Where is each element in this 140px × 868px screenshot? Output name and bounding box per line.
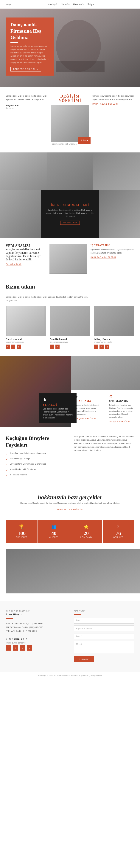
change-read-more[interactable]: DAHA FAZLA BİLGİ EDİN — [92, 103, 118, 105]
data-analysis-box: VERİ ANALİZİ amaçlar ve hedefler belirle… — [6, 244, 49, 274]
clients-number: 40 — [40, 530, 68, 536]
svg-rect-9 — [0, 190, 41, 238]
facts-cta-button[interactable]: DAHA FAZLA BİLGİ EDİN — [54, 507, 86, 512]
checkmark-icon-3: ✓ — [6, 463, 8, 466]
strategy-right-svg — [71, 356, 140, 390]
contact-social: Bizi takip edin 40,000 günlük gönderiler… — [6, 638, 66, 651]
data-strategy-section: VERİ ANALİZİ amaçlar ve hedefler belirle… — [0, 238, 140, 276]
team-card-3-image — [94, 306, 134, 336]
nav-services[interactable]: Hizmetler — [61, 3, 70, 6]
strategy-img-svg — [49, 244, 87, 274]
nav-logo: logo — [6, 3, 11, 6]
benefit-text-1: Kişisel ve hedefleri ulaşmak için gelişm… — [10, 452, 46, 454]
benefit-item-4: ✓ Kişisel Farkındalık Oluşturun — [6, 468, 66, 472]
footer-text: Copyright © 2023. Tüm hakları saklıdır. … — [6, 674, 134, 677]
nav-about[interactable]: Hakkımızda — [73, 3, 84, 6]
change-heading: DEĞİŞİM YÖNETİMİ — [51, 94, 89, 103]
author-name: Megan Smith — [6, 104, 48, 107]
planning-link[interactable]: Yok görüntüler Örnek — [75, 417, 96, 420]
team-photos-row — [0, 152, 140, 190]
contact-office-title: Bize Ulaşın — [6, 613, 66, 616]
nav-home[interactable]: Ana Sayfa — [48, 3, 57, 6]
change-author: Megan Smith Danışman — [6, 104, 48, 109]
team-photo-2-img — [47, 152, 93, 190]
twitter-icon-1[interactable]: t — [11, 345, 15, 349]
team-title: Bizim takım — [6, 283, 134, 290]
submit-button[interactable]: SUNMAK — [74, 656, 94, 662]
biz-title: İŞLETİM MODELLERİ — [51, 203, 89, 207]
form-subtitle: BİZE YAZIN — [74, 610, 134, 612]
twitter-icon-3[interactable]: t — [99, 345, 103, 349]
twitter-social-icon[interactable]: t — [13, 645, 18, 651]
awards-icon: 🎖 — [104, 524, 132, 529]
stats-row: 🏆 100 PROJELER 👥 40 CLIENTS ⭐ 20 BİZİM T… — [6, 520, 134, 543]
benefits-right: habd ipsum dolor sit amet consectetur ad… — [74, 435, 134, 452]
hero-cta-button[interactable]: DAHA FAZLA BIZE BİLİN — [10, 67, 41, 71]
hero-title: Danışmanlık Firmasına Hoş Geldiniz — [10, 22, 49, 40]
google-icon-1[interactable]: g — [17, 345, 21, 349]
facts-team-svg — [6, 549, 140, 593]
contact-section: BİLGİNİZİ İÇİN ŞATISIZ Bize Ulaşın APM 1… — [0, 601, 140, 672]
strategy-btn[interactable]: DAHA FAZLA BİLGİ EDİN — [91, 256, 116, 259]
biz-right-svg — [99, 190, 140, 238]
nav-hamburger[interactable]: ☰ — [132, 2, 134, 6]
biz-read-more[interactable]: Yok daha Örnek — [60, 221, 80, 225]
tc2-svg — [50, 306, 90, 336]
strategy-automation-section: ♞ STRATEJİ Sed blandit libero volutpat s… — [0, 356, 140, 427]
benefit-item-1: ✓ Kişisel ve hedefleri ulaşmak için geli… — [6, 452, 66, 456]
contact-address: APM 18 İstanbul Cadde, (212) 456-7890FPK… — [6, 622, 66, 633]
linkedin-social-icon[interactable]: in — [27, 645, 32, 651]
data-analysis-read-more[interactable]: Yok daha Örnek — [6, 263, 21, 266]
awards-number: 76 — [104, 530, 132, 536]
team-member-2-name: Ann Richmond — [50, 338, 90, 341]
contact-left: BİLGİNİZİ İÇİN ŞATISIZ Bize Ulaşın APM 1… — [6, 610, 74, 662]
team-member-3-role: programlama görevlisi — [94, 341, 134, 343]
facebook-social-icon[interactable]: f — [6, 645, 11, 651]
team-member-3-name: Jeffrey Brown — [94, 338, 134, 341]
hero-section: Danışmanlık Firmasına Hoş Geldiniz Lorem… — [0, 8, 140, 87]
strategy-left: ♞ STRATEJİ Sed blandit libero volutpat s… — [0, 356, 71, 427]
strategy-right-image — [71, 356, 140, 390]
message-input[interactable] — [74, 641, 134, 654]
facebook-icon-3[interactable]: f — [94, 345, 98, 349]
phone-input[interactable] — [74, 633, 134, 639]
facts-subtitle: Sample text. Click to select the text bo… — [6, 502, 134, 504]
planning-text: arıyoruz ve hedefleri ulaşmak için harek… — [75, 404, 102, 416]
instagram-social-icon[interactable]: i — [20, 645, 25, 651]
facebook-icon-1[interactable]: f — [6, 345, 10, 349]
stat-awards: 🎖 76 ÖDÜLLER — [103, 520, 134, 543]
hero-text-box: Danışmanlık Firmasına Hoş Geldiniz Lorem… — [6, 18, 54, 75]
planning-title: PLANLAMA — [75, 400, 102, 403]
checkmark-icon-4: ✓ — [6, 468, 8, 472]
nav-contact[interactable]: İletişim — [87, 3, 94, 6]
email-input[interactable] — [74, 625, 134, 631]
twitter-icon-2[interactable]: t — [55, 345, 60, 349]
team-member-1-social: f t g — [6, 345, 46, 349]
name-input[interactable] — [74, 618, 134, 624]
team-caption: Yok görüntüler — [6, 300, 134, 302]
navbar: logo Ana Sayfa Hizmetler Hakkımızda İlet… — [0, 0, 140, 8]
automation-link[interactable]: Yok görüntüler Örnek — [109, 421, 131, 423]
google-icon-3[interactable]: g — [105, 345, 109, 349]
svg-rect-13 — [51, 306, 89, 336]
team-cards: Alex Grinfield programlama görevlisi f t… — [6, 306, 134, 349]
social-note: 40,000 günlük gönderiler — [6, 642, 66, 644]
team-photo-2 — [47, 152, 93, 190]
team-icon: ⭐ — [72, 524, 100, 529]
projects-label: PROJELER — [8, 536, 36, 538]
automation-text: Pellentesque habitant morbi tristique. A… — [109, 404, 136, 418]
svg-rect-18 — [6, 549, 140, 593]
our-team-section: Bizim takım Sample text. Click to select… — [0, 276, 140, 356]
benefits-left: Koçluğun Bireylere Faydaları. ✓ Kişisel … — [6, 435, 66, 479]
benefits-title: Koçluğun Bireylere Faydaları. — [6, 435, 66, 448]
svg-rect-7 — [47, 152, 93, 190]
svg-rect-17 — [71, 356, 140, 390]
facebook-icon-2[interactable]: f — [50, 345, 54, 349]
plan-oto-row: ◈ PLANLAMA arıyoruz ve hedefleri ulaşmak… — [71, 390, 140, 427]
team-card-2-image — [50, 306, 90, 336]
automation-box: ⚙ OTOMASYON Pellentesque habitant morbi … — [106, 390, 140, 427]
svg-rect-12 — [7, 306, 44, 336]
strategy-box: İŞ STRATEJİSİ Digital nulla commodo sadd… — [87, 244, 134, 274]
team-card-3: Jeffrey Brown programlama görevlisi f t … — [94, 306, 134, 349]
change-left: Sample text. Click to select the text bo… — [6, 94, 51, 109]
